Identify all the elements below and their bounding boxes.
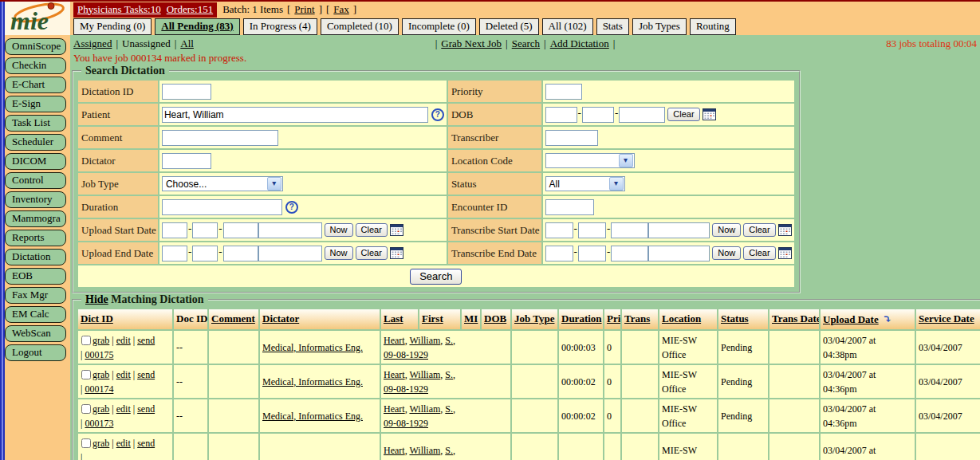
edit-link[interactable]: edit <box>116 369 131 380</box>
send-link[interactable]: send <box>137 369 155 380</box>
sidebar-item-e-chart[interactable]: E-Chart <box>5 77 66 93</box>
transcribe-start-now-button[interactable]: Now <box>712 223 741 237</box>
dictator-link[interactable]: Medical, Informatics Eng. <box>262 376 363 387</box>
dictator-link[interactable]: Medical, Informatics Eng. <box>262 342 363 353</box>
patient-help-icon[interactable]: ? <box>431 108 444 121</box>
upload-end-time-input[interactable] <box>258 246 322 261</box>
patient-first-link[interactable]: William <box>409 335 440 346</box>
dob-clear-button[interactable]: Clear <box>667 108 699 121</box>
send-link[interactable]: send <box>137 335 155 346</box>
sidebar-item-inventory[interactable]: Inventory <box>5 191 66 208</box>
column-header-duration[interactable]: Duration <box>559 309 603 329</box>
column-header-comment[interactable]: Comment <box>209 309 258 329</box>
sidebar-item-checkin[interactable]: Checkin <box>5 57 66 74</box>
transcribe-end-time-input[interactable] <box>648 246 710 261</box>
column-header-label[interactable]: Trans Date <box>772 313 819 324</box>
patient-last-link[interactable]: Heart <box>384 335 405 346</box>
sidebar-item-eob[interactable]: EOB <box>5 268 66 285</box>
row-select-checkbox[interactable] <box>81 336 91 345</box>
transcribe-start-calendar-icon[interactable] <box>778 224 792 236</box>
duration-input[interactable] <box>162 199 282 215</box>
upload-start-part1-input[interactable] <box>162 222 187 238</box>
upload-end-clear-button[interactable]: Clear <box>356 246 388 260</box>
row-select-checkbox[interactable] <box>81 438 91 448</box>
edit-link[interactable]: edit <box>116 438 131 449</box>
transcribe-end-clear-button[interactable]: Clear <box>743 246 775 260</box>
send-link[interactable]: send <box>137 403 155 415</box>
transcribe-start-clear-button[interactable]: Clear <box>743 223 775 237</box>
column-header-label[interactable]: Upload Date <box>823 313 879 325</box>
patient-dob-link[interactable]: 09-08-1929 <box>384 418 428 429</box>
column-header-label[interactable]: Duration <box>561 313 602 324</box>
search-link[interactable]: Search <box>512 37 540 50</box>
column-header-status[interactable]: Status <box>718 309 768 329</box>
sidebar-item-e-sign[interactable]: E-Sign <box>5 96 66 112</box>
print-link[interactable]: Print <box>294 3 314 16</box>
upload-start-calendar-icon[interactable] <box>390 224 403 236</box>
column-header-label[interactable]: MI <box>464 313 478 324</box>
column-header-location[interactable]: Location <box>659 309 717 329</box>
physicians-tasks-link[interactable]: Physicians Tasks:10 <box>77 3 161 16</box>
grab-link[interactable]: grab <box>92 403 109 415</box>
column-header-service-date[interactable]: Service Date <box>916 309 980 329</box>
tab-in-progress-4[interactable]: In Progress (4) <box>243 18 317 35</box>
location-code-select[interactable]: ▾ <box>545 153 635 168</box>
sidebar-item-mammogra[interactable]: Mammogra <box>5 210 66 227</box>
upload-start-part3-input[interactable] <box>223 222 258 238</box>
tab-my-pending-0[interactable]: My Pending (0) <box>73 18 152 35</box>
patient-mi-link[interactable]: S. <box>445 403 453 415</box>
priority-input[interactable] <box>545 84 582 100</box>
add-dictation-link[interactable]: Add Dictation <box>550 37 609 50</box>
all-link[interactable]: All <box>180 37 194 50</box>
column-header-trans[interactable]: Trans <box>622 309 658 329</box>
patient-last-link[interactable]: Heart <box>384 445 405 456</box>
column-header-dict-id[interactable]: Dict ID <box>78 309 172 329</box>
column-header-label[interactable]: Location <box>662 313 701 324</box>
patient-last-link[interactable]: Heart <box>384 403 405 415</box>
column-header-mi[interactable]: MI <box>462 309 480 329</box>
dictation-id-input[interactable] <box>162 84 211 100</box>
tab-incomplete-0[interactable]: Incomplete (0) <box>402 18 476 35</box>
comment-input[interactable] <box>162 130 278 146</box>
fax-link[interactable]: Fax <box>333 3 349 16</box>
transcribe-end-part1-input[interactable] <box>545 246 573 261</box>
mie-logo[interactable]: mie <box>5 2 70 35</box>
patient-mi-link[interactable]: S. <box>445 369 453 380</box>
dob-part1-input[interactable] <box>545 107 577 123</box>
column-header-label[interactable]: Trans <box>624 313 650 324</box>
row-select-checkbox[interactable] <box>81 404 91 414</box>
patient-mi-link[interactable]: S. <box>445 335 453 346</box>
column-header-pri[interactable]: Pri <box>604 309 620 329</box>
encounter-id-input[interactable] <box>545 199 594 215</box>
hide-link[interactable]: Hide <box>85 293 108 305</box>
column-header-first[interactable]: First <box>419 309 460 329</box>
column-header-label[interactable]: Service Date <box>919 313 974 324</box>
upload-end-part1-input[interactable] <box>162 246 187 261</box>
patient-mi-link[interactable]: S. <box>445 445 453 456</box>
column-header-label[interactable]: Status <box>721 313 749 324</box>
sidebar-item-reports[interactable]: Reports <box>5 230 66 246</box>
column-header-upload-date[interactable]: Upload Date⤵ <box>821 309 915 329</box>
patient-first-link[interactable]: William <box>409 369 440 380</box>
transcribe-start-time-input[interactable] <box>648 222 710 238</box>
sidebar-item-scheduler[interactable]: Scheduler <box>5 134 66 151</box>
column-header-label[interactable]: Last <box>384 313 403 324</box>
patient-first-link[interactable]: William <box>409 403 440 415</box>
sidebar-item-task-list[interactable]: Task List <box>5 115 66 132</box>
upload-start-clear-button[interactable]: Clear <box>356 223 388 237</box>
column-header-last[interactable]: Last <box>381 309 418 329</box>
upload-start-part2-input[interactable] <box>192 222 218 238</box>
dictator-input[interactable] <box>162 153 211 169</box>
sidebar-item-fax-mgr[interactable]: Fax Mgr <box>5 287 66 304</box>
patient-input[interactable] <box>162 107 428 123</box>
sidebar-item-logout[interactable]: Logout <box>5 344 66 361</box>
tab-stats[interactable]: Stats <box>596 18 629 35</box>
sidebar-item-webscan[interactable]: WebScan <box>5 325 66 342</box>
edit-link[interactable]: edit <box>116 335 131 346</box>
grab-link[interactable]: grab <box>92 438 109 449</box>
grab-link[interactable]: grab <box>92 335 109 346</box>
sidebar-item-dicom[interactable]: DICOM <box>5 153 66 170</box>
tab-job-types[interactable]: Job Types <box>632 18 687 35</box>
column-header-label[interactable]: Pri <box>607 313 620 324</box>
tab-all-102[interactable]: All (102) <box>542 18 593 35</box>
